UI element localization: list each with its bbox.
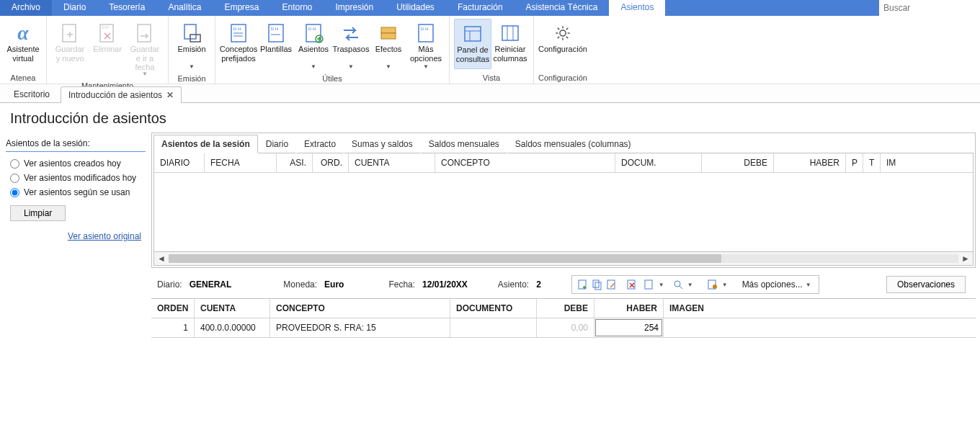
close-tab-icon[interactable]: ✕: [166, 90, 174, 100]
itab-saldos-mensuales[interactable]: Saldos mensuales: [421, 135, 507, 153]
svg-rect-23: [502, 26, 518, 40]
ecol-debe[interactable]: DEBE: [537, 299, 594, 318]
col-p[interactable]: P: [846, 153, 863, 172]
col-asi[interactable]: ASI.: [277, 153, 313, 172]
search-box[interactable]: [879, 0, 980, 16]
entry-row-1[interactable]: 1 400.0.0.00000 PROVEEDOR S. FRA: 15 0,0…: [151, 318, 976, 338]
conceptos-prefijados-button[interactable]: D H Conceptos prefijados: [220, 19, 257, 68]
scroll-right-icon[interactable]: ►: [958, 254, 973, 264]
svg-rect-3: [138, 24, 151, 42]
itab-sumas-saldos[interactable]: Sumas y saldos: [344, 135, 421, 153]
menu-utilidades[interactable]: Utilidades: [385, 0, 446, 16]
grid-header: DIARIO FECHA ASI. ORD. CUENTA CONCEPTO D…: [154, 153, 973, 173]
scroll-left-icon[interactable]: ◄: [154, 254, 169, 264]
tab-introduccion-asientos[interactable]: Introducción de asientos ✕: [61, 86, 182, 103]
ecol-orden[interactable]: ORDEN: [151, 299, 195, 318]
menu-asistencia-tecnica[interactable]: Asistencia Técnica: [514, 0, 610, 16]
configuracion-button[interactable]: Configuración: [544, 19, 582, 68]
tab-escritorio[interactable]: Escritorio: [6, 86, 58, 102]
search-input[interactable]: [883, 3, 976, 13]
svg-text:D  H: D H: [233, 27, 241, 31]
tool-doc2-dropdown[interactable]: ▼: [703, 278, 731, 291]
radio-modificados-hoy[interactable]: Ver asientos modificados hoy: [6, 171, 146, 185]
radio-creados-hoy[interactable]: Ver asientos creados hoy: [6, 156, 146, 171]
radio-segun-usan[interactable]: Ver asientos según se usan: [6, 185, 146, 200]
menu-tesoreria[interactable]: Tesorería: [97, 0, 156, 16]
col-docum[interactable]: DOCUM.: [615, 153, 702, 172]
svg-text:D  H: D H: [308, 27, 316, 31]
panel-de-consultas-button[interactable]: Panel de consultas: [454, 19, 491, 69]
svg-text:D  H: D H: [102, 25, 109, 30]
group-label-vista: Vista: [483, 72, 500, 82]
limpiar-button[interactable]: Limpiar: [10, 205, 66, 221]
col-haber[interactable]: HABER: [774, 153, 846, 172]
entry-grid-empty[interactable]: [151, 338, 976, 381]
plantillas-button[interactable]: D H Plantillas: [257, 19, 295, 68]
cell-imagen[interactable]: [664, 318, 976, 337]
haber-input[interactable]: [595, 319, 662, 336]
asistente-virtual-button[interactable]: α Asistente virtual: [4, 19, 42, 68]
tool-find-dropdown[interactable]: ▼: [669, 278, 696, 291]
ecol-documento[interactable]: DOCUMENTO: [450, 299, 537, 318]
asientos-button[interactable]: D H Asientos ▼: [295, 19, 332, 73]
tool-doc-dropdown[interactable]: ▼: [640, 278, 667, 291]
itab-extracto[interactable]: Extracto: [296, 135, 344, 153]
menu-facturacion[interactable]: Facturación: [446, 0, 514, 16]
efectos-button[interactable]: Efectos ▼: [370, 19, 407, 73]
grid-body[interactable]: [154, 173, 973, 252]
col-fecha[interactable]: FECHA: [205, 153, 277, 172]
tool-new-icon[interactable]: [576, 278, 589, 291]
col-t[interactable]: T: [863, 153, 881, 172]
tool-delete-icon[interactable]: [625, 278, 638, 291]
mas-opciones-button[interactable]: D H Más opciones ▼: [407, 19, 445, 73]
diario-label: Diario:: [157, 279, 182, 290]
tool-open-icon[interactable]: [605, 278, 618, 291]
menu-entorno[interactable]: Entorno: [270, 0, 324, 16]
col-debe[interactable]: DEBE: [702, 153, 774, 172]
emision-button[interactable]: Emisión ▼: [173, 19, 210, 73]
observaciones-button[interactable]: Observaciones: [886, 276, 966, 293]
menu-impresion[interactable]: Impresión: [324, 0, 385, 16]
guardar-y-nuevo-button: Guardar y nuevo: [51, 19, 89, 68]
menu-empresa[interactable]: Empresa: [213, 0, 270, 16]
svg-line-34: [566, 28, 568, 30]
col-ord[interactable]: ORD.: [313, 153, 349, 172]
ecol-cuenta[interactable]: CUENTA: [195, 299, 270, 318]
money-stack-icon: [377, 22, 400, 45]
cell-orden[interactable]: 1: [151, 318, 195, 337]
ecol-haber[interactable]: HABER: [594, 299, 664, 318]
itab-asientos-sesion[interactable]: Asientos de la sesión: [153, 135, 258, 153]
session-grid: DIARIO FECHA ASI. ORD. CUENTA CONCEPTO D…: [153, 153, 974, 266]
moneda-label: Moneda:: [283, 279, 317, 290]
menu-diario[interactable]: Diario: [52, 0, 97, 16]
cell-cuenta[interactable]: 400.0.0.00000: [195, 318, 270, 337]
traspasos-button[interactable]: Traspasos ▼: [332, 19, 370, 73]
menu-asientos[interactable]: Asientos: [609, 0, 665, 16]
col-diario[interactable]: DIARIO: [154, 153, 205, 172]
itab-saldos-mensuales-col[interactable]: Saldos mensuales (columnas): [507, 135, 639, 153]
chevron-down-icon: ▼: [142, 71, 148, 77]
document-dh-icon: D H: [227, 22, 250, 45]
horizontal-scrollbar[interactable]: ◄ ►: [154, 252, 973, 265]
col-cuenta[interactable]: CUENTA: [349, 153, 435, 172]
itab-diario[interactable]: Diario: [258, 135, 296, 153]
cell-concepto[interactable]: PROVEEDOR S. FRA: 15: [270, 318, 450, 337]
cell-haber[interactable]: [594, 318, 664, 337]
menu-archivo[interactable]: Archivo: [0, 0, 52, 16]
menu-analitica[interactable]: Analítica: [156, 0, 213, 16]
tool-dup-icon[interactable]: [591, 278, 604, 291]
ecol-imagen[interactable]: IMAGEN: [664, 299, 976, 318]
cell-debe[interactable]: 0,00: [537, 318, 594, 337]
ecol-concepto[interactable]: CONCEPTO: [270, 299, 450, 318]
svg-text:D  H: D H: [271, 27, 278, 31]
col-concepto[interactable]: CONCEPTO: [435, 153, 615, 172]
svg-line-33: [558, 37, 559, 38]
reiniciar-columnas-button[interactable]: Reiniciar columnas: [491, 19, 529, 68]
cell-documento[interactable]: [450, 318, 537, 337]
panel-icon: [461, 22, 484, 45]
col-im[interactable]: IM: [881, 153, 973, 172]
entry-toolbar: ▼ ▼ ▼ Más opciones...▼: [571, 275, 819, 294]
tool-mas-opciones-dropdown[interactable]: Más opciones...▼: [739, 279, 814, 290]
document-dh-icon: D H: [414, 22, 437, 45]
ver-asiento-original-link[interactable]: Ver asiento original: [6, 231, 146, 241]
